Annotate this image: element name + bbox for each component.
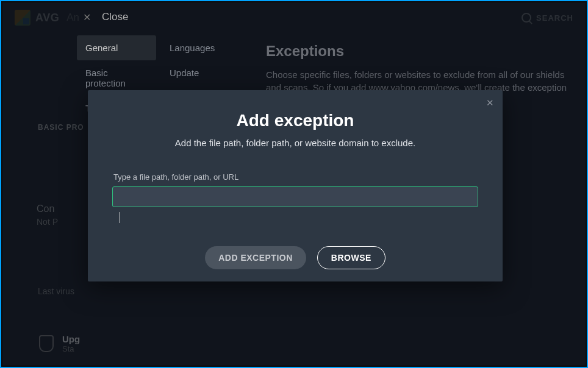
add-exception-button[interactable]: ADD EXCEPTION <box>205 246 306 269</box>
browse-button[interactable]: BROWSE <box>317 246 385 269</box>
text-cursor <box>120 212 120 223</box>
modal-subtitle: Add the file path, folder path, or websi… <box>112 138 478 148</box>
modal-close-icon[interactable]: ✕ <box>486 97 494 108</box>
exception-path-input[interactable] <box>112 186 478 207</box>
input-label: Type a file path, folder path, or URL <box>113 172 478 182</box>
modal-title: Add exception <box>112 111 478 130</box>
add-exception-modal: ✕ Add exception Add the file path, folde… <box>88 90 503 281</box>
